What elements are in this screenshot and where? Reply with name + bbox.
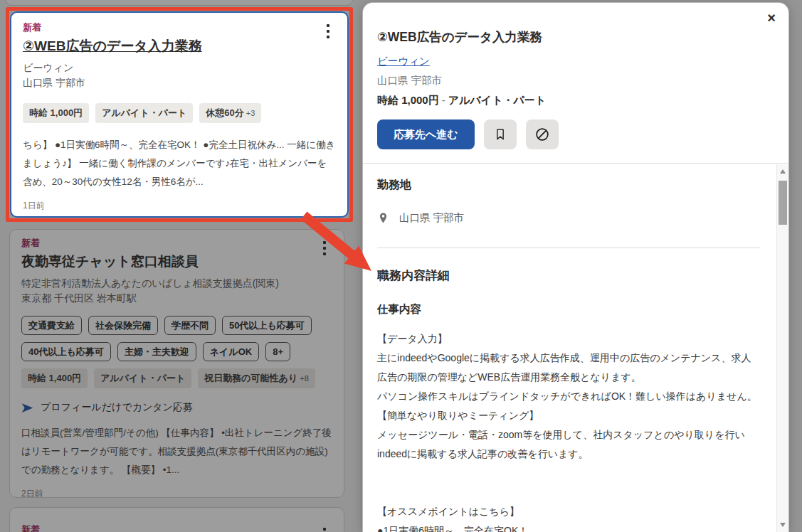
job-detail-body: 勤務地 山口県 宇部市 職務内容詳細 仕事内容 【データ入力】 主にindeed… [363,164,788,532]
panel-scrollbar[interactable] [776,164,788,532]
scroll-down-icon[interactable] [780,523,786,527]
posted-date: 1日前 [23,200,336,212]
company-link[interactable]: ビーウィン [377,55,430,67]
save-job-button[interactable] [484,119,517,149]
job-detail-location: 山口県 宇部市 [377,74,771,87]
kebab-menu-icon[interactable] [323,24,333,41]
company-name: ビーウィン [23,60,336,75]
job-snippet: ちら】 ●1日実働6時間～、完全在宅OK！ ●完全土日祝休み... 一緒に働きま… [23,136,336,191]
location-pin-icon [377,211,389,225]
bookmark-icon [493,127,507,142]
job-details-heading: 職務内容詳細 [377,267,760,284]
job-detail-title: ②WEB広告のデータ入力業務 [377,3,771,46]
scroll-up-icon[interactable] [780,169,786,174]
job-location: 山口県 宇部市 [23,75,336,90]
job-type: アルバイト・パート [448,94,546,106]
job-detail-panel: × ②WEB広告のデータ入力業務 ビーウィン 山口県 宇部市 時給 1,000円… [363,3,788,532]
job-description-body: 【データ入力】 主にindeedやGoogleに掲載する求人広告作成、運用中の広… [377,329,760,532]
job-detail-header: × ②WEB広告のデータ入力業務 ビーウィン 山口県 宇部市 時給 1,000円… [363,3,788,164]
not-interested-button[interactable] [526,119,559,149]
apply-button[interactable]: 応募先へ進む [377,119,475,149]
workplace-location: 山口県 宇部市 [399,211,464,225]
highlight-box-annotation: 新着 ②WEB広告のデータ入力業務 ビーウィン 山口県 宇部市 時給 1,000… [6,7,353,222]
new-badge: 新着 [23,21,336,34]
salary: 時給 1,000円 [377,94,439,106]
workplace-heading: 勤務地 [377,178,760,193]
close-icon[interactable]: × [767,10,776,26]
block-icon [534,127,550,142]
salary-jobtype-line: 時給 1,000円-アルバイト・パート [377,94,771,107]
scrollbar-thumb[interactable] [779,181,787,225]
job-tag: アルバイト・パート [95,103,193,123]
job-title-link[interactable]: ②WEB広告のデータ入力業務 [23,37,336,55]
page: 新着 夜勤専従チャット窓口相談員 特定非営利活動法人あなたのいばしょ相談支援拠点… [0,0,802,532]
job-tag: 時給 1,000円 [23,103,89,123]
job-description-heading: 仕事内容 [377,302,760,317]
job-tag: 休憩60分+3 [199,103,261,123]
section-divider [377,248,760,248]
job-card-1-selected[interactable]: 新着 ②WEB広告のデータ入力業務 ビーウィン 山口県 宇部市 時給 1,000… [10,11,349,218]
